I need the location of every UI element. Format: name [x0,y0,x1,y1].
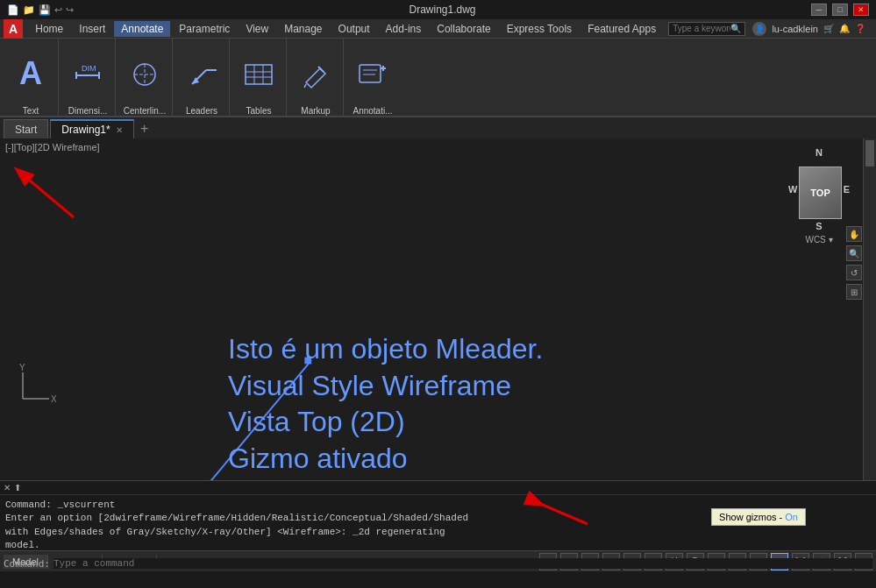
ribbon-btn-centerline[interactable] [123,42,167,106]
axes-indicator: X Y [14,364,58,410]
command-prompt: Command: [4,558,50,570]
ribbon-group-leaders: Leaders [174,39,230,116]
tab-start[interactable]: Start [4,119,48,138]
search-input[interactable] [673,24,730,33]
user-icon[interactable]: 👤 [752,22,766,36]
menu-collaborate[interactable]: Collaborate [430,21,497,37]
tab-drawing1[interactable]: Drawing1* ✕ [50,119,133,138]
ribbon-label-leaders: Leaders [186,106,217,116]
ribbon-group-dimension: DIM Dimensi... [61,39,116,116]
ribbon-group-text: A Text [4,39,59,116]
window-title: Drawing1.dwg [74,4,811,16]
compass-north: N [788,147,850,158]
canvas-area: [-][Top][2D Wireframe] [0,138,876,480]
compass-east: E [844,184,850,195]
orbit-tool[interactable]: ↺ [846,265,862,280]
text-ribbon-icon: A [19,58,42,89]
dimension-icon: DIM [71,58,104,91]
ribbon-label-markup: Markup [301,106,330,116]
account-icon[interactable]: 🛒 [823,24,834,33]
menu-featured-apps[interactable]: Featured Apps [580,21,663,37]
nav-cube[interactable]: N W TOP E S WCS ▾ [788,147,850,226]
search-bar: 🔍 [668,22,745,36]
zoom-tool[interactable]: 🔍 [846,245,862,261]
qat-redo[interactable]: ↪ [66,4,74,16]
user-area: 👤 lu-cadklein 🛒 🔔 ❓ [752,22,872,36]
menu-output[interactable]: Output [331,21,377,37]
pan-tool[interactable]: ✋ [846,226,862,242]
ribbon-group-annotation: Annotati... [345,39,400,116]
command-area: ✕ ⬆ Command: _vscurrent Enter an option … [0,480,876,550]
ribbon-btn-leaders[interactable] [180,42,224,106]
command-input[interactable] [53,558,872,569]
menu-addins[interactable]: Add-ins [379,21,429,37]
menu-home[interactable]: Home [28,21,70,37]
menu-insert[interactable]: Insert [72,21,112,37]
red-arrow-annotation [12,165,82,226]
menu-annotate[interactable]: Annotate [114,21,170,37]
ribbon-btn-dimension[interactable]: DIM [66,42,110,106]
close-button[interactable]: ✕ [853,4,869,16]
markup-icon [299,58,332,91]
canvas-text-line3: Vista Top (2D) [228,404,543,441]
main-area: [-][Top][2D Wireframe] [0,138,876,571]
ribbon-btn-annotation[interactable] [351,42,395,106]
ribbon-btn-text[interactable]: A [9,42,53,106]
qat-open[interactable]: 📁 [23,4,35,16]
gizmo-state: On [785,512,798,522]
axes-svg: X Y [14,364,58,407]
command-close-icon[interactable]: ✕ [4,483,11,492]
ribbon-label-text: Text [23,106,39,116]
ribbon-btn-tables[interactable] [237,42,281,106]
zoom-extents-tool[interactable]: ⊞ [846,284,862,300]
ribbon-group-tables: Tables [231,39,287,116]
tabs-bar: Start Drawing1* ✕ + [0,117,876,138]
vertical-scrollbar[interactable] [863,138,876,480]
maximize-button[interactable]: □ [832,4,848,16]
canvas-text-line1: Isto é um objeto Mleader. [228,331,543,368]
help-icon[interactable]: ❓ [855,24,865,33]
qat-undo[interactable]: ↩ [54,4,62,16]
compass-south: S [788,221,850,231]
command-input-row: Command: [0,556,876,571]
notifications-icon[interactable]: 🔔 [839,24,850,33]
svg-rect-17 [360,65,381,82]
gizmo-tooltip: Show gizmos - On [711,508,806,526]
add-tab-button[interactable]: + [136,119,153,138]
menu-bar: A Home Insert Annotate Parametric View M… [0,19,876,39]
centerline-icon [128,58,161,91]
username[interactable]: lu-cadklein [772,24,818,34]
scrollbar-thumb[interactable] [865,140,874,166]
ribbon-btn-markup[interactable] [294,42,338,106]
command-line-4: model. [5,539,871,552]
svg-line-16 [304,84,306,88]
menu-express-tools[interactable]: Express Tools [500,21,579,37]
command-line-3: with Edges/shades of Gray/Sketchy/X-ray/… [5,526,871,539]
wcs-dropdown[interactable]: WCS ▾ [788,235,850,244]
ribbon-group-centerline: Centerlin... [118,39,173,116]
menu-parametric[interactable]: Parametric [172,21,237,37]
nav-cube-face[interactable]: TOP [799,166,841,219]
svg-text:X: X [51,394,57,404]
ribbon-label-dimension: Dimensi... [68,106,107,116]
canvas-text-line4: Gizmo ativado [228,441,543,478]
ribbon-group-markup: Markup [288,39,344,116]
command-resize-icon[interactable]: ⬆ [14,483,21,492]
compass-west: W [788,184,797,195]
svg-line-23 [30,181,74,217]
app-menu-button[interactable]: A [4,19,23,39]
ribbon: A Text DIM Dimensi... Centerlin... [0,39,876,117]
window-controls: ─ □ ✕ [811,4,869,16]
qat-save[interactable]: 💾 [39,4,51,16]
qat-new[interactable]: 📄 [7,4,19,16]
canvas-text-line2: Visual Style Wireframe [228,368,543,405]
menu-view[interactable]: View [239,21,275,37]
tab-close-icon[interactable]: ✕ [116,125,123,135]
minimize-button[interactable]: ─ [811,4,827,16]
svg-text:Y: Y [19,364,25,372]
gizmo-tooltip-text: Show gizmos - [719,512,785,522]
leaders-icon [185,58,218,91]
svg-text:DIM: DIM [82,64,96,73]
ribbon-label-annotation: Annotati... [353,106,392,116]
menu-manage[interactable]: Manage [277,21,329,37]
